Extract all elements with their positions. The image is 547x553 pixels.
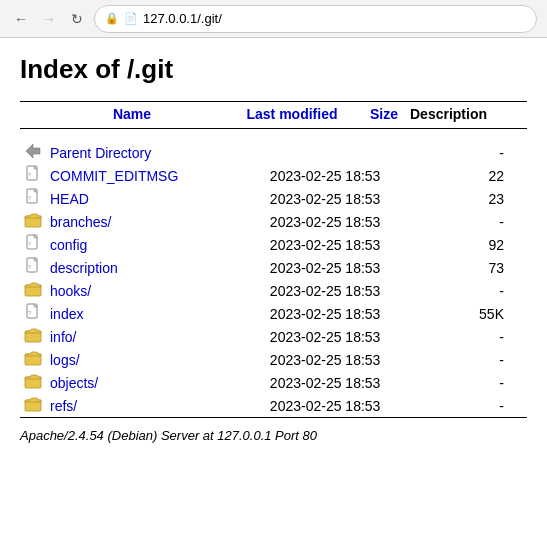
file-link[interactable]: config [50, 237, 87, 253]
file-link[interactable]: objects/ [50, 375, 98, 391]
file-link[interactable]: refs/ [50, 398, 77, 414]
file-size: 23 [456, 187, 508, 210]
file-name: branches/ [46, 210, 262, 233]
file-description [508, 279, 527, 302]
reload-button[interactable]: ↻ [66, 8, 88, 30]
svg-text:?: ? [28, 310, 31, 316]
url-input[interactable] [143, 11, 526, 26]
desc-col-header: Description [402, 104, 527, 124]
file-link[interactable]: branches/ [50, 214, 111, 230]
file-icon [20, 279, 46, 302]
svg-text:?: ? [28, 172, 31, 178]
table-row: refs/2023-02-25 18:53- [20, 394, 527, 417]
file-modified: 2023-02-25 18:53 [262, 325, 456, 348]
file-modified: 2023-02-25 18:53 [262, 279, 456, 302]
footer-text: Apache/2.4.54 (Debian) Server at 127.0.0… [20, 428, 527, 443]
table-row: objects/2023-02-25 18:53- [20, 371, 527, 394]
file-modified [262, 141, 456, 164]
file-description [508, 233, 527, 256]
file-icon [20, 325, 46, 348]
folder-icon [24, 211, 42, 229]
browser-chrome: ← → ↻ 🔒 📄 [0, 0, 547, 38]
address-bar: 🔒 📄 [94, 5, 537, 33]
forward-button[interactable]: → [38, 8, 60, 30]
name-col-header: Name [42, 104, 222, 124]
file-name: info/ [46, 325, 262, 348]
file-icon: ? [24, 188, 42, 206]
svg-marker-0 [26, 144, 40, 158]
file-description [508, 187, 527, 210]
file-icon: ? [24, 257, 42, 275]
table-row: ? description2023-02-25 18:5373 [20, 256, 527, 279]
file-size: 55K [456, 302, 508, 325]
file-icon [20, 210, 46, 233]
table-row: branches/2023-02-25 18:53- [20, 210, 527, 233]
file-icon [20, 348, 46, 371]
file-link[interactable]: index [50, 306, 83, 322]
table-row: ? index2023-02-25 18:5355K [20, 302, 527, 325]
file-size: - [456, 325, 508, 348]
file-name: hooks/ [46, 279, 262, 302]
file-name: refs/ [46, 394, 262, 417]
folder-icon [24, 395, 42, 413]
header-divider [20, 128, 527, 129]
modified-sort-link[interactable]: Last modified [246, 106, 337, 122]
file-description [508, 325, 527, 348]
file-icon: ? [20, 233, 46, 256]
file-icon [20, 394, 46, 417]
file-name: HEAD [46, 187, 262, 210]
file-name: Parent Directory [46, 141, 262, 164]
file-name: logs/ [46, 348, 262, 371]
page-title: Index of /.git [20, 54, 527, 85]
file-description [508, 256, 527, 279]
file-link[interactable]: hooks/ [50, 283, 91, 299]
file-description [508, 302, 527, 325]
file-size: - [456, 394, 508, 417]
file-link[interactable]: HEAD [50, 191, 89, 207]
size-sort-link[interactable]: Size [370, 106, 398, 122]
file-size: - [456, 371, 508, 394]
lock-icon: 🔒 [105, 12, 119, 25]
svg-text:?: ? [28, 241, 31, 247]
top-divider [20, 101, 527, 102]
modified-col-header: Last modified [222, 104, 362, 124]
file-modified: 2023-02-25 18:53 [262, 348, 456, 371]
file-link[interactable]: description [50, 260, 118, 276]
file-modified: 2023-02-25 18:53 [262, 256, 456, 279]
file-modified: 2023-02-25 18:53 [262, 394, 456, 417]
file-link[interactable]: logs/ [50, 352, 80, 368]
file-size: 92 [456, 233, 508, 256]
parent-dir-icon [24, 142, 42, 160]
file-description [508, 371, 527, 394]
file-modified: 2023-02-25 18:53 [262, 210, 456, 233]
file-description [508, 164, 527, 187]
table-row: logs/2023-02-25 18:53- [20, 348, 527, 371]
file-link[interactable]: Parent Directory [50, 145, 151, 161]
file-icon: ? [24, 303, 42, 321]
folder-icon [24, 372, 42, 390]
table-row: hooks/2023-02-25 18:53- [20, 279, 527, 302]
file-icon: ? [24, 234, 42, 252]
table-row: ? COMMIT_EDITMSG2023-02-25 18:5322 [20, 164, 527, 187]
file-name: COMMIT_EDITMSG [46, 164, 262, 187]
back-button[interactable]: ← [10, 8, 32, 30]
icon-col-header [20, 104, 42, 124]
file-name: config [46, 233, 262, 256]
file-link[interactable]: COMMIT_EDITMSG [50, 168, 178, 184]
name-sort-link[interactable]: Name [113, 106, 151, 122]
table-row: Parent Directory- [20, 141, 527, 164]
folder-icon [24, 326, 42, 344]
file-modified: 2023-02-25 18:53 [262, 233, 456, 256]
file-icon [20, 141, 46, 164]
file-size: 22 [456, 164, 508, 187]
table-row: ? HEAD2023-02-25 18:5323 [20, 187, 527, 210]
file-list-table: Parent Directory- ? COMMIT_EDITMSG2023-0… [20, 141, 527, 417]
file-link[interactable]: info/ [50, 329, 76, 345]
footer-divider [20, 417, 527, 418]
file-modified: 2023-02-25 18:53 [262, 371, 456, 394]
file-icon: ? [24, 165, 42, 183]
file-name: objects/ [46, 371, 262, 394]
file-name: description [46, 256, 262, 279]
file-description [508, 348, 527, 371]
file-name: index [46, 302, 262, 325]
